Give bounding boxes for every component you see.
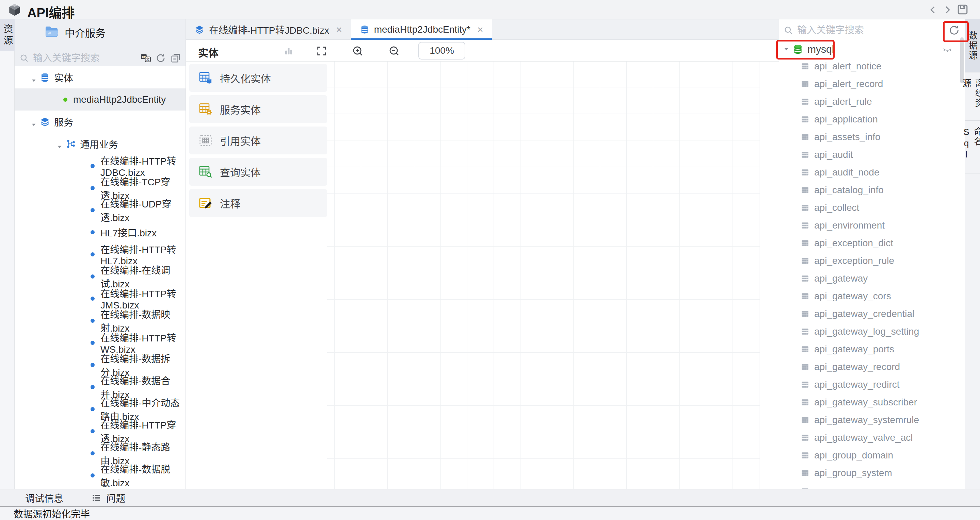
zoom-in-icon[interactable] <box>352 45 364 57</box>
table-icon <box>800 115 810 124</box>
tree-row[interactable]: 在线编排-HTTP转JDBC.bizx <box>14 155 186 177</box>
translate-icon[interactable]: En文 <box>141 53 151 63</box>
table-row[interactable]: api_gateway_redirct <box>779 376 965 393</box>
tree-row[interactable]: mediaHttp2JdbcEntity <box>14 89 186 111</box>
debug-info-button[interactable]: 调试信息 <box>25 491 63 505</box>
editor-tab[interactable]: mediaHttp2JdbcEntity* × <box>351 19 492 40</box>
chart-bars-icon[interactable] <box>283 46 295 57</box>
table-icon <box>800 345 810 354</box>
table-row[interactable]: api_gateway_cors <box>779 287 965 305</box>
table-row[interactable]: api_catalog_info <box>779 181 965 199</box>
rail-tab[interactable]: 离线资源 <box>965 73 980 121</box>
explorer-search-input[interactable] <box>33 53 137 63</box>
left-rail: 资源 <box>0 19 14 489</box>
tree-row[interactable]: 通用业务 <box>14 133 186 155</box>
tree-row[interactable]: HL7接口.bizx <box>14 221 186 243</box>
dot-blue-icon <box>89 207 95 213</box>
table-row-partial[interactable] <box>779 483 965 489</box>
palette-item[interactable]: 查询实体 <box>189 158 327 186</box>
dot-blue-icon <box>89 251 95 257</box>
branch-blue-icon <box>66 139 76 149</box>
table-row[interactable]: api_environment <box>779 217 965 234</box>
table-row[interactable]: api_gateway_log_setting <box>779 323 965 341</box>
editor-tab[interactable]: 在线编排-HTTP转JDBC.bizx × <box>186 19 351 40</box>
table-row[interactable]: api_assets_info <box>779 128 965 146</box>
tree-row[interactable]: 服务 <box>14 111 186 133</box>
table-row[interactable]: api_alert_record <box>779 75 965 93</box>
nav-forward-icon[interactable] <box>942 4 953 16</box>
table-row[interactable]: api_gateway_ports <box>779 341 965 358</box>
table-row[interactable]: api_gateway_systemrule <box>779 411 965 429</box>
table-row[interactable]: api_exception_dict <box>779 234 965 252</box>
table-row[interactable]: api_application <box>779 111 965 128</box>
table-row[interactable]: api_group_domain <box>779 447 965 464</box>
layers-blue-icon <box>195 25 204 34</box>
table-row[interactable]: api_audit <box>779 146 965 163</box>
table-row[interactable]: api_gateway_record <box>779 358 965 376</box>
tree-row[interactable]: 在线编排-TCP穿透.bizx <box>14 177 186 199</box>
table-icon <box>800 257 810 265</box>
tree-row[interactable]: 在线编排-数据合并.bizx <box>14 376 186 398</box>
table-row[interactable]: api_alert_rule <box>779 93 965 111</box>
scrollbar-thumb[interactable] <box>960 37 964 83</box>
db-blue-icon <box>360 25 369 34</box>
refresh-icon[interactable] <box>156 53 167 63</box>
rail-tab[interactable]: 数据源 <box>965 19 980 73</box>
tree-row[interactable]: 在线编排-UDP穿透.bizx <box>14 199 186 221</box>
eye-closed-icon[interactable] <box>942 44 953 55</box>
close-icon[interactable]: × <box>336 24 342 35</box>
zoom-out-icon[interactable] <box>388 45 400 57</box>
table-row[interactable]: api_collect <box>779 199 965 217</box>
tree-row[interactable]: 在线编排-数据拆分.bizx <box>14 354 186 376</box>
collapse-all-icon[interactable] <box>170 53 181 63</box>
rail-tab[interactable]: 命名Sql <box>965 121 980 173</box>
tree-row[interactable]: 在线编排-静态路由.bizx <box>14 442 186 464</box>
tree-row[interactable]: 在线编排-在线调试.bizx <box>14 265 186 287</box>
palette-item[interactable]: 引用实体 <box>189 127 327 154</box>
tree-row[interactable]: 在线编排-中介动态路由.bizx <box>14 398 186 420</box>
palette-item[interactable]: 注释 <box>189 189 327 217</box>
tree-row[interactable]: 在线编排-HTTP穿透.bizx <box>14 420 186 442</box>
entity-canvas[interactable]: 持久化实体 服务实体 引用实体 查询实体 <box>186 62 779 489</box>
dot-blue-icon <box>89 450 95 457</box>
table-orange-gear-icon <box>199 102 212 116</box>
table-row[interactable]: api_gateway_subscriber <box>779 393 965 411</box>
save-icon[interactable] <box>956 3 969 16</box>
fullscreen-icon[interactable] <box>316 45 328 57</box>
tree-row[interactable]: 在线编排-数据映射.bizx <box>14 309 186 331</box>
table-name: api_exception_dict <box>814 238 893 249</box>
palette-item[interactable]: 服务实体 <box>189 95 327 123</box>
close-icon[interactable]: × <box>477 24 484 35</box>
table-row[interactable]: api_gateway_valve_acl <box>779 429 965 447</box>
note-pen-icon <box>199 196 212 210</box>
problems-button[interactable]: 问题 <box>91 491 125 505</box>
table-row[interactable]: api_gateway <box>779 270 965 287</box>
rail-tab-resources[interactable]: 资源 <box>0 19 14 51</box>
table-icon <box>800 150 810 159</box>
table-row[interactable]: api_gateway_credential <box>779 305 965 323</box>
tree-row[interactable]: 在线编排-HTTP转JMS.bizx <box>14 287 186 309</box>
datasource-search-input[interactable] <box>797 25 944 36</box>
table-row[interactable]: api_exception_rule <box>779 252 965 270</box>
table-row[interactable]: api_alert_notice <box>779 57 965 75</box>
nav-back-icon[interactable] <box>927 4 939 16</box>
tree-row[interactable]: 实体 <box>14 66 186 89</box>
refresh-datasource-icon[interactable] <box>948 24 960 36</box>
caret-down-icon[interactable] <box>31 75 37 80</box>
table-icon <box>800 292 810 301</box>
caret-down-icon[interactable] <box>784 47 789 52</box>
dot-blue-icon <box>89 185 95 191</box>
table-row[interactable]: api_group_system <box>779 464 965 482</box>
palette-item[interactable]: 持久化实体 <box>189 64 327 92</box>
editor-tab-label: mediaHttp2JdbcEntity* <box>374 24 471 35</box>
tree-row[interactable]: 在线编排-HTTP转HL7.bizx <box>14 243 186 265</box>
folder-icon <box>44 25 59 40</box>
tree-row[interactable]: 在线编排-HTTP转WS.bizx <box>14 331 186 354</box>
table-name: api_gateway_credential <box>814 308 914 319</box>
caret-down-icon[interactable] <box>57 141 62 147</box>
table-row[interactable]: api_audit_node <box>779 163 965 181</box>
datasource-root-node[interactable]: mysql <box>779 41 965 57</box>
zoom-level-display[interactable]: 100% <box>418 42 465 60</box>
caret-down-icon[interactable] <box>31 119 37 124</box>
tree-row[interactable]: 在线编排-数据脱敏.bizx <box>14 464 186 486</box>
